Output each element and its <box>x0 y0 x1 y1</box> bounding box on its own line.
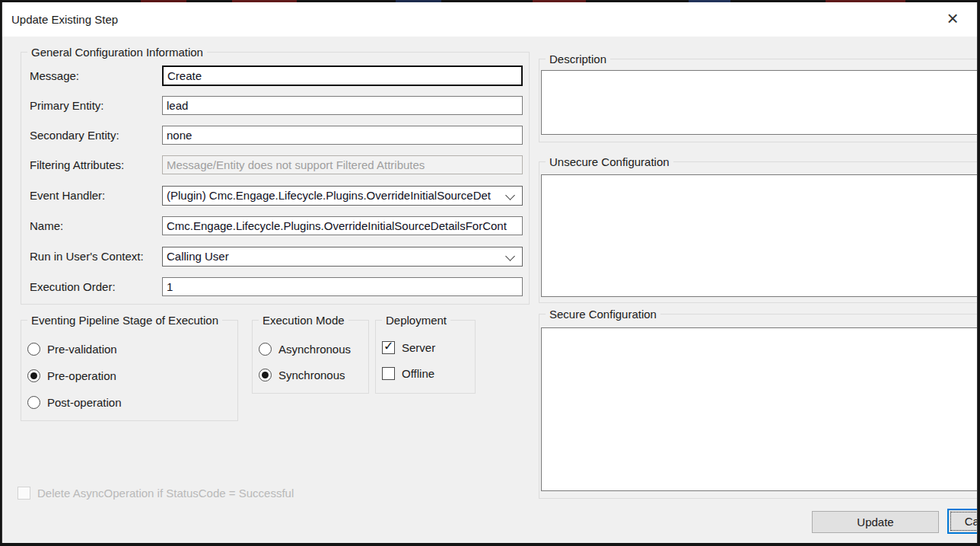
checkbox-icon[interactable] <box>382 367 395 380</box>
name-label: Name: <box>30 216 159 235</box>
general-configuration-legend: General Configuration Information <box>27 46 207 59</box>
dialog-titlebar[interactable]: Update Existing Step × <box>2 2 977 37</box>
radio-icon[interactable] <box>27 396 40 409</box>
update-existing-step-dialog: Update Existing Step × General Configura… <box>2 2 978 543</box>
deployment-group: Deployment Server Offline <box>375 320 476 394</box>
checkbox-delete-asyncoperation: Delete AsyncOperation if StatusCode = Su… <box>18 487 294 500</box>
message-label: Message: <box>30 66 159 85</box>
radio-label: Asynchronous <box>278 343 351 356</box>
radio-label: Synchronous <box>278 369 345 382</box>
primary-entity-label: Primary Entity: <box>30 96 159 115</box>
event-handler-combobox[interactable]: (Plugin) Cmc.Engage.Lifecycle.Plugins.Ov… <box>162 186 523 206</box>
execution-order-label: Execution Order: <box>30 277 159 296</box>
radio-icon[interactable] <box>27 343 40 356</box>
deployment-legend: Deployment <box>382 314 450 327</box>
unsecure-configuration-legend: Unsecure Configuration <box>546 155 673 168</box>
checkbox-disabled-icon <box>18 487 30 500</box>
message-input[interactable]: Create <box>162 65 523 86</box>
primary-entity-input[interactable]: lead <box>162 96 523 115</box>
stage-legend: Eventing Pipeline Stage of Execution <box>27 314 222 327</box>
execution-mode-group: Execution Mode Asynchronous Synchronous <box>252 320 369 394</box>
filtering-attributes-label: Filtering Attributes: <box>30 155 159 174</box>
radio-pre-validation[interactable]: Pre-validation <box>27 343 117 356</box>
general-configuration-group: General Configuration Information <box>21 52 530 305</box>
execution-order-input[interactable]: 1 <box>162 277 523 296</box>
secure-configuration-textarea[interactable] <box>541 327 978 491</box>
checkbox-server[interactable]: Server <box>382 341 435 354</box>
secondary-entity-label: Secondary Entity: <box>30 126 159 145</box>
radio-label: Pre-operation <box>47 369 116 382</box>
radio-pre-operation[interactable]: Pre-operation <box>27 369 116 382</box>
filtering-attributes-input: Message/Entity does not support Filtered… <box>162 155 523 174</box>
radio-asynchronous[interactable]: Asynchronous <box>259 343 351 356</box>
close-icon[interactable]: × <box>934 2 971 37</box>
event-handler-value: (Plugin) Cmc.Engage.Lifecycle.Plugins.Ov… <box>167 189 491 202</box>
name-input[interactable]: Cmc.Engage.Lifecycle.Plugins.OverrideIni… <box>162 216 523 235</box>
checkbox-label: Offline <box>402 367 434 380</box>
radio-selected-icon[interactable] <box>259 369 272 382</box>
checkbox-label: Server <box>402 341 435 354</box>
unsecure-configuration-textarea[interactable] <box>541 174 978 297</box>
checkbox-label: Delete AsyncOperation if StatusCode = Su… <box>37 487 294 500</box>
description-textarea[interactable] <box>541 70 978 135</box>
execution-mode-legend: Execution Mode <box>259 314 348 327</box>
secondary-entity-input[interactable]: none <box>162 126 523 145</box>
chevron-down-icon[interactable] <box>505 190 515 200</box>
checkbox-checked-icon[interactable] <box>382 341 395 354</box>
stage-group: Eventing Pipeline Stage of Execution Pre… <box>21 320 238 421</box>
cancel-button[interactable]: Cancel <box>947 509 978 534</box>
run-in-users-context-label: Run in User's Context: <box>30 247 159 266</box>
chevron-down-icon[interactable] <box>505 251 515 261</box>
dialog-title: Update Existing Step <box>11 2 118 37</box>
window-bottom-border <box>0 543 980 546</box>
radio-label: Post-operation <box>47 396 122 409</box>
radio-selected-icon[interactable] <box>27 369 40 382</box>
run-in-users-context-combobox[interactable]: Calling User <box>162 247 523 267</box>
radio-synchronous[interactable]: Synchronous <box>259 369 345 382</box>
radio-icon[interactable] <box>259 343 272 356</box>
radio-post-operation[interactable]: Post-operation <box>27 396 122 409</box>
run-in-users-context-value: Calling User <box>167 250 229 263</box>
description-legend: Description <box>546 53 610 65</box>
event-handler-label: Event Handler: <box>30 186 159 205</box>
checkbox-offline[interactable]: Offline <box>382 367 434 380</box>
update-button[interactable]: Update <box>812 511 939 533</box>
radio-label: Pre-validation <box>47 343 117 356</box>
secure-configuration-legend: Secure Configuration <box>546 308 660 321</box>
